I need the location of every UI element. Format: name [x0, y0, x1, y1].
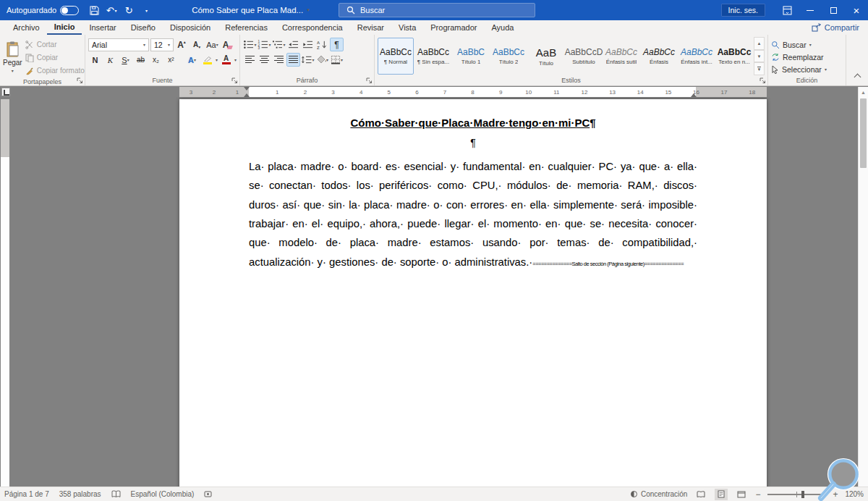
document-heading[interactable]: Cómo·Saber·que·Placa·Madre·tengo·en·mi·P…	[249, 117, 697, 129]
dialog-launcher-icon[interactable]	[365, 77, 373, 84]
shading-button[interactable]: ▾	[315, 53, 329, 67]
style-enfasis-sutil[interactable]: AaBbCc Énfasis sutil	[603, 38, 639, 75]
decrease-indent-button[interactable]	[286, 38, 300, 51]
styles-scroll-up-button[interactable]: ▲	[754, 37, 765, 50]
document-paragraph[interactable]: La· placa· madre· o· board· es· esencial…	[249, 157, 697, 271]
strikethrough-button[interactable]: ab	[134, 53, 148, 67]
tab-selector[interactable]	[1, 88, 10, 96]
find-button[interactable]: Buscar ▾	[771, 38, 843, 51]
scrollbar-thumb[interactable]	[860, 98, 867, 168]
right-indent-marker[interactable]	[691, 90, 697, 97]
clear-formatting-button[interactable]: A	[221, 38, 234, 51]
sort-button[interactable]: AZ	[315, 38, 329, 51]
document-title-menu[interactable]: Cómo Saber que Placa Mad... ▾	[192, 6, 310, 14]
style-enfasis-intenso[interactable]: AaBbCc Énfasis int...	[678, 38, 715, 75]
tab-revisar[interactable]: Revisar	[350, 20, 391, 35]
styles-more-button[interactable]: ▼	[754, 62, 765, 75]
line-spacing-button[interactable]: ▾	[301, 53, 315, 67]
ribbon-display-options-button[interactable]	[775, 0, 799, 20]
bullets-button[interactable]: ▾	[243, 38, 257, 51]
align-right-button[interactable]	[272, 53, 286, 67]
bold-button[interactable]: N	[88, 53, 102, 67]
justify-button[interactable]	[286, 53, 300, 67]
read-mode-button[interactable]	[694, 489, 707, 500]
hanging-indent-marker[interactable]	[244, 90, 250, 97]
save-button[interactable]	[86, 1, 102, 19]
subscript-button[interactable]: x₂	[149, 53, 163, 67]
dialog-launcher-icon[interactable]	[759, 77, 766, 84]
tab-programador[interactable]: Programador	[423, 20, 484, 35]
print-layout-button[interactable]	[715, 489, 728, 500]
signin-button[interactable]: Inic. ses.	[721, 4, 765, 17]
zoom-slider-thumb[interactable]	[801, 491, 804, 498]
underline-button[interactable]: S▾	[119, 53, 132, 67]
borders-button[interactable]: ▾	[330, 53, 344, 67]
show-formatting-marks-button[interactable]: ¶	[330, 38, 344, 51]
copy-button[interactable]: Copiar	[25, 51, 85, 64]
style-sin-espaciado[interactable]: AaBbCc ¶ Sin espa...	[415, 38, 451, 75]
page-indicator[interactable]: Página 1 de 7	[4, 490, 49, 498]
minimize-button[interactable]	[799, 0, 822, 20]
group-label-estilos: Estilos	[378, 75, 765, 85]
grow-font-button[interactable]: A▲	[175, 38, 189, 51]
select-button[interactable]: Seleccionar ▾	[771, 63, 843, 75]
document-page[interactable]: Cómo·Saber·que·Placa·Madre·tengo·en·mi·P…	[179, 99, 767, 487]
tab-vista[interactable]: Vista	[391, 20, 423, 35]
style-enfasis[interactable]: AaBbCc Énfasis	[641, 38, 677, 75]
tab-disposicion[interactable]: Disposición	[163, 20, 218, 35]
style-normal[interactable]: AaBbCc ¶ Normal	[378, 38, 414, 75]
align-left-button[interactable]	[243, 53, 257, 67]
tab-referencias[interactable]: Referencias	[218, 20, 275, 35]
share-button[interactable]: Compartir	[812, 20, 859, 35]
word-count[interactable]: 358 palabras	[59, 490, 101, 498]
superscript-button[interactable]: x²	[164, 53, 178, 67]
text-effects-button[interactable]: A▾	[185, 53, 199, 67]
tab-insertar[interactable]: Insertar	[82, 20, 123, 35]
scroll-up-arrow-icon[interactable]: ▲	[859, 87, 868, 97]
style-subtitulo[interactable]: AaBbCcD Subtítulo	[566, 38, 602, 75]
autosave-toggle[interactable]: Autoguardado	[7, 6, 79, 15]
language-indicator[interactable]: Español (Colombia)	[131, 490, 195, 498]
shrink-font-button[interactable]: A▼	[190, 38, 204, 51]
style-titulo-2[interactable]: AaBbCc Título 2	[490, 38, 527, 75]
redo-button[interactable]: ↻	[121, 1, 137, 19]
increase-indent-button[interactable]	[301, 38, 315, 51]
macro-recording-button[interactable]	[204, 490, 212, 498]
focus-mode-button[interactable]: Concentración	[630, 490, 687, 498]
style-titulo[interactable]: AaB Título	[528, 38, 564, 75]
italic-button[interactable]: K	[103, 53, 117, 67]
proofing-status[interactable]	[111, 490, 121, 498]
multilevel-list-button[interactable]: ▾	[272, 38, 286, 51]
vertical-scrollbar[interactable]: ▲	[858, 87, 868, 487]
tab-ayuda[interactable]: Ayuda	[484, 20, 521, 35]
tab-inicio[interactable]: Inicio	[47, 20, 82, 35]
font-size-combo[interactable]: 12 ▾	[150, 38, 174, 51]
format-painter-button[interactable]: Copiar formato	[25, 64, 85, 77]
font-family-combo[interactable]: Arial ▾	[88, 38, 149, 51]
dialog-launcher-icon[interactable]	[76, 77, 83, 84]
dialog-launcher-icon[interactable]	[231, 77, 238, 84]
change-case-button[interactable]: Aa▾	[205, 38, 219, 51]
web-layout-button[interactable]	[735, 489, 748, 500]
undo-button[interactable]: ↶▾	[103, 1, 119, 19]
tab-diseno[interactable]: Diseño	[124, 20, 163, 35]
maximize-button[interactable]	[822, 0, 845, 20]
zoom-out-button[interactable]: −	[755, 489, 760, 500]
style-texto-en-negrita[interactable]: AaBbCc Texto en n...	[716, 38, 752, 75]
numbering-button[interactable]: 123 ▾	[258, 38, 271, 51]
customize-qat-button[interactable]: ▾	[138, 1, 154, 19]
align-right-icon	[273, 55, 284, 64]
close-button[interactable]: ×	[845, 0, 868, 20]
tab-archivo[interactable]: Archivo	[6, 20, 47, 35]
align-center-button[interactable]	[258, 53, 271, 67]
font-color-button[interactable]: A	[219, 53, 233, 67]
styles-scroll-down-button[interactable]: ▼	[754, 50, 765, 63]
paste-button[interactable]: Pegar ▾	[3, 37, 22, 77]
cut-button[interactable]: Cortar	[25, 38, 85, 51]
collapse-ribbon-button[interactable]	[846, 35, 868, 85]
replace-button[interactable]: Reemplazar	[771, 51, 843, 63]
style-titulo-1[interactable]: AaBbC Título 1	[453, 38, 489, 75]
highlight-color-button[interactable]	[200, 53, 214, 67]
tab-correspondencia[interactable]: Correspondencia	[275, 20, 350, 35]
search-box[interactable]: Buscar	[339, 3, 535, 17]
